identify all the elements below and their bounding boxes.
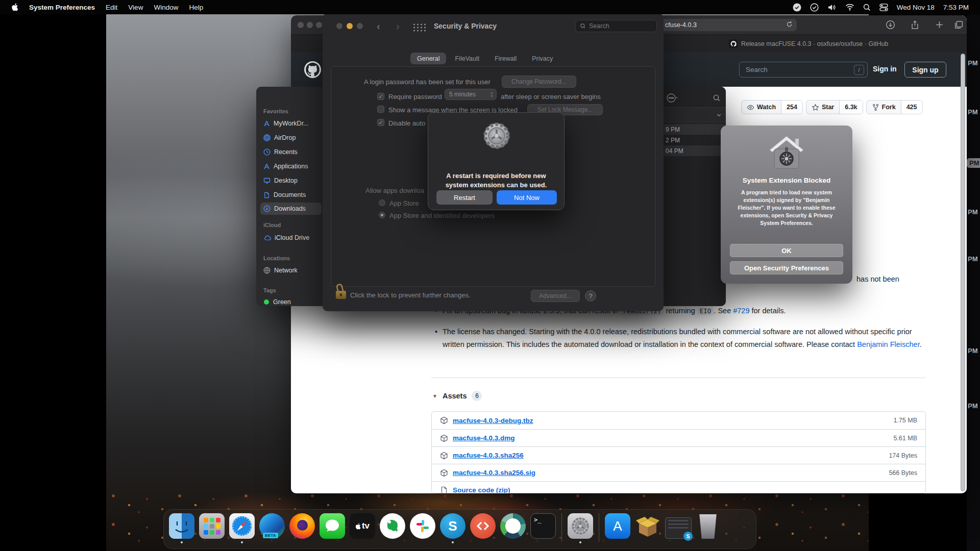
menu-view[interactable]: View — [128, 4, 143, 11]
sidebar-item-tag-green[interactable]: Green — [260, 296, 322, 306]
asset-link[interactable]: macfuse-4.0.3.sha256.sig — [453, 469, 535, 477]
star-button[interactable]: Star 6.3k — [806, 100, 863, 114]
sign-up-button[interactable]: Sign up — [904, 62, 946, 78]
zoom-button[interactable] — [357, 23, 363, 29]
address-bar[interactable]: cfuse-4.0.3 — [660, 19, 797, 31]
file-row[interactable]: 9 PM — [664, 124, 726, 135]
disable-auto-login-checkbox[interactable]: ✓ — [377, 119, 384, 126]
menu-window[interactable]: Window — [154, 4, 178, 11]
sign-in-link[interactable]: Sign in — [873, 65, 897, 73]
share-icon[interactable] — [910, 20, 920, 30]
github-search-input[interactable]: Search / — [739, 62, 868, 78]
asset-link[interactable]: macfuse-4.0.3.sha256 — [453, 452, 524, 459]
list-item[interactable]: PM — [968, 108, 978, 116]
file-row[interactable]: 04 PM — [664, 145, 726, 156]
restart-button[interactable]: Restart — [436, 190, 493, 205]
collapse-triangle-icon[interactable]: ▼ — [432, 393, 437, 399]
sidebar-item-desktop[interactable]: Desktop — [260, 174, 322, 187]
minimize-button[interactable] — [307, 22, 313, 28]
help-button[interactable]: ? — [585, 290, 596, 302]
volume-icon[interactable] — [827, 4, 837, 11]
dock-evernote[interactable] — [380, 513, 405, 539]
search-icon[interactable] — [713, 94, 721, 102]
scrollbar[interactable] — [961, 54, 965, 491]
tabs-overview-icon[interactable] — [954, 20, 964, 30]
dock-slack[interactable] — [410, 513, 435, 539]
dock-minimized-window[interactable]: S — [665, 513, 691, 539]
dock-terminal[interactable]: >_ — [530, 513, 556, 539]
list-item[interactable]: PM — [968, 255, 978, 263]
close-button[interactable] — [298, 22, 304, 28]
list-item[interactable]: PM — [967, 158, 980, 168]
show-all-grid-icon[interactable] — [412, 23, 426, 32]
fork-button[interactable]: Fork 425 — [866, 100, 923, 114]
downloads-icon[interactable] — [886, 20, 896, 30]
close-button[interactable] — [336, 23, 342, 29]
sidebar-item-myworkdrive[interactable]: MyWorkDr... — [260, 117, 322, 130]
not-now-button[interactable]: Not Now — [497, 190, 557, 205]
apple-menu-icon[interactable] — [11, 3, 18, 11]
app-store-identified-radio[interactable] — [379, 212, 385, 218]
asset-link[interactable]: macfuse-4.0.3.dmg — [453, 434, 515, 442]
dock-installer-package[interactable] — [635, 513, 660, 539]
dock-firefox[interactable] — [289, 513, 315, 539]
sidebar-item-applications[interactable]: Applications — [260, 160, 322, 172]
watch-button[interactable]: Watch 254 — [741, 100, 803, 114]
check-circle-icon[interactable] — [793, 3, 801, 12]
file-row[interactable]: 2 PM — [664, 135, 726, 145]
tab-firewall[interactable]: Firewall — [488, 53, 523, 64]
zoom-button[interactable] — [316, 22, 322, 28]
menu-bar-date[interactable]: Wed Nov 18 — [897, 4, 935, 11]
advanced-button[interactable]: Advanced... — [531, 290, 580, 302]
list-column-header[interactable] — [664, 107, 726, 122]
sidebar-item-documents[interactable]: Documents — [260, 189, 322, 201]
forward-icon[interactable]: › — [396, 20, 400, 32]
contact-link[interactable]: Benjamin Fleischer — [857, 340, 920, 348]
control-center-icon[interactable] — [879, 4, 888, 11]
new-tab-icon[interactable] — [935, 20, 945, 30]
sidebar-item-icloud-drive[interactable]: iCloud Drive — [260, 232, 322, 244]
sidebar-item-recents[interactable]: Recents — [260, 146, 322, 158]
list-item[interactable]: PM — [968, 59, 978, 67]
open-security-preferences-button[interactable]: Open Security Preferences — [730, 261, 843, 274]
show-message-checkbox[interactable] — [377, 106, 384, 113]
menu-edit[interactable]: Edit — [106, 4, 117, 11]
active-app-menu[interactable]: System Preferences — [29, 4, 95, 11]
spotlight-icon[interactable] — [863, 4, 871, 11]
sidebar-item-downloads[interactable]: Downloads — [260, 203, 322, 215]
dock-system-preferences[interactable] — [568, 513, 593, 539]
preferences-search-input[interactable]: Search — [575, 20, 657, 32]
list-item[interactable]: PM — [968, 402, 978, 410]
asset-link[interactable]: macfuse-4.0.3-debug.tbz — [453, 417, 533, 424]
back-icon[interactable]: ‹ — [377, 20, 380, 32]
dock-launchpad[interactable] — [199, 513, 225, 539]
assets-header[interactable]: ▼ Assets 6 — [432, 391, 482, 401]
list-item[interactable]: PM — [968, 208, 978, 216]
require-password-checkbox[interactable]: ✓ — [377, 93, 384, 100]
shield-check-icon[interactable] — [810, 3, 819, 12]
app-store-radio[interactable] — [379, 199, 385, 206]
dock-apple-tv[interactable]: tv — [350, 513, 375, 539]
dock-finder[interactable] — [169, 513, 194, 539]
dock-safari[interactable] — [229, 513, 255, 539]
dock-app-store[interactable]: A — [605, 513, 630, 539]
tab-general[interactable]: General — [410, 53, 446, 64]
sidebar-item-network[interactable]: Network — [260, 264, 322, 277]
sidebar-item-airdrop[interactable]: AirDrop — [260, 132, 322, 144]
asset-link[interactable]: Source code (zip) — [453, 486, 510, 493]
more-actions-icon[interactable] — [666, 92, 678, 104]
menu-bar-clock[interactable]: 7:53 PM — [943, 4, 969, 11]
dock-trash[interactable] — [695, 513, 721, 539]
tab-privacy[interactable]: Privacy — [525, 53, 559, 64]
unlocked-padlock-icon[interactable] — [336, 284, 347, 302]
change-password-button[interactable]: Change Password... — [502, 76, 576, 88]
issue-link[interactable]: #729 — [733, 307, 749, 315]
minimize-button[interactable] — [347, 23, 353, 29]
dock-vpn-client[interactable] — [500, 513, 526, 539]
ok-button[interactable]: OK — [730, 244, 843, 257]
list-item[interactable]: PM — [968, 347, 978, 355]
tab-filevault[interactable]: FileVault — [448, 53, 486, 64]
dock-messages[interactable] — [320, 513, 345, 539]
github-logo-icon[interactable] — [304, 61, 321, 78]
menu-help[interactable]: Help — [189, 4, 203, 11]
